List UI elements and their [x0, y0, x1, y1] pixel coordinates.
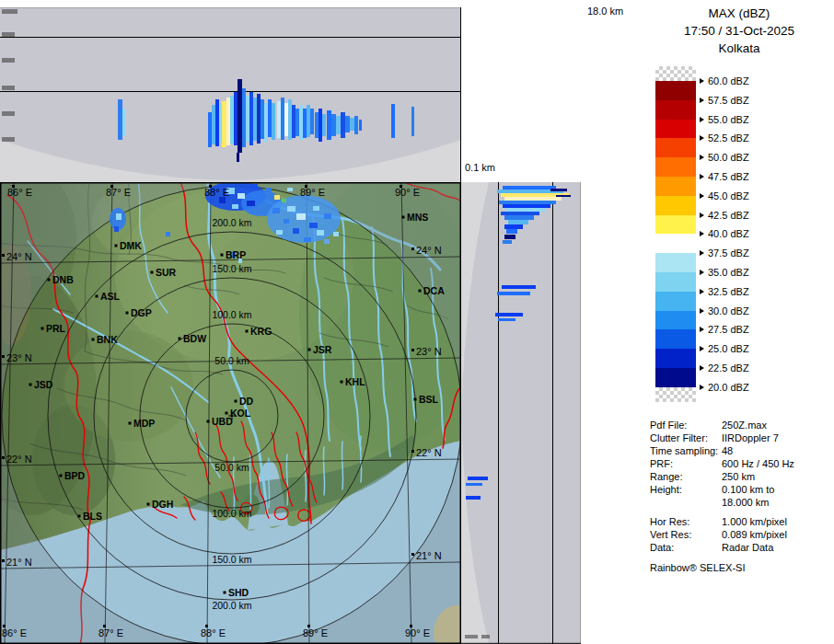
legend-level-label: 25.0 dBZ [700, 343, 749, 354]
legend-level-label: 45.0 dBZ [700, 190, 749, 201]
svg-text:24° N: 24° N [6, 251, 32, 262]
legend-color-swatch [655, 157, 696, 177]
svg-text:KOL: KOL [230, 408, 251, 419]
svg-text:BSL: BSL [419, 394, 439, 405]
level-arrow-icon [700, 155, 704, 160]
legend-color-swatch [655, 311, 696, 330]
metadata-row: Data:Radar Data [650, 541, 832, 554]
legend-color-swatch [655, 196, 696, 215]
svg-text:89° E: 89° E [300, 187, 325, 198]
level-arrow-icon [700, 250, 704, 256]
svg-text:22° N: 22° N [6, 454, 32, 465]
svg-text:KRG: KRG [250, 326, 272, 337]
svg-text:22° N: 22° N [416, 447, 442, 458]
level-arrow-icon [700, 193, 704, 199]
metadata-row: Pdf File:250Z.max [650, 419, 832, 431]
svg-text:MDP: MDP [133, 418, 155, 429]
legend-color-swatch [655, 292, 696, 311]
yz-cross-section-canvas [461, 182, 581, 644]
svg-text:21° N: 21° N [6, 557, 32, 568]
svg-text:DCA: DCA [423, 285, 445, 296]
svg-text:87° E: 87° E [98, 627, 123, 638]
svg-text:BLS: BLS [83, 511, 102, 522]
legend-level-label: 40.0 dBZ [700, 228, 749, 239]
svg-text:SUR: SUR [156, 267, 177, 278]
level-arrow-icon [700, 135, 704, 141]
level-arrow-icon [700, 365, 704, 371]
legend-color-swatch [655, 120, 696, 139]
software-brand: Rainbow® SELEX-SI [650, 561, 832, 574]
legend-level-label: 47.5 dBZ [700, 171, 749, 182]
svg-text:KHL: KHL [345, 376, 365, 387]
legend-level-label: 42.5 dBZ [700, 210, 749, 221]
svg-text:DD: DD [239, 396, 254, 407]
legend-color-swatch [655, 368, 696, 387]
product-metadata: Pdf File:250Z.maxClutter Filter:IIRDoppl… [650, 419, 832, 574]
legend-color-swatch [655, 81, 696, 100]
legend-color-swatch [655, 138, 696, 157]
svg-text:88° E: 88° E [201, 627, 226, 638]
metadata-row: 18.000 km [650, 496, 832, 509]
svg-text:23° N: 23° N [6, 352, 32, 363]
legend-color-swatch [655, 272, 696, 292]
yz-scan-area [461, 182, 581, 644]
metadata-row: Clutter Filter:IIRDoppler 7 [650, 431, 832, 444]
legend-level-label: 22.5 dBZ [700, 362, 749, 374]
legend-level-label: 27.5 dBZ [700, 324, 749, 335]
metadata-row: Vert Res:0.089 km/pixel [650, 528, 832, 541]
legend-level-label: 35.0 dBZ [700, 267, 749, 278]
level-arrow-icon [700, 213, 704, 218]
metadata-row: Time sampling:48 [650, 444, 832, 457]
level-arrow-icon [700, 98, 704, 103]
svg-text:50.0 km: 50.0 km [214, 355, 249, 366]
svg-text:DGP: DGP [131, 307, 152, 318]
legend-color-swatch [655, 177, 696, 196]
height-axis-min-label: 0.1 km [465, 162, 495, 173]
svg-text:88° E: 88° E [204, 187, 229, 198]
legend-level-label: 32.5 dBZ [700, 286, 749, 297]
level-arrow-icon [700, 327, 704, 332]
xz-cross-section-canvas [0, 0, 461, 182]
xz-scan-area [0, 7, 461, 182]
svg-text:DGH: DGH [152, 499, 173, 510]
legend-level-label: 50.0 dBZ [700, 152, 749, 163]
svg-text:50.0 km: 50.0 km [214, 462, 249, 473]
svg-text:MNS: MNS [407, 212, 428, 223]
xz-cross-section-panel [0, 0, 461, 182]
metadata-row: PRF:600 Hz / 450 Hz [650, 457, 832, 470]
svg-text:24° N: 24° N [416, 245, 442, 256]
svg-text:100.0 km: 100.0 km [212, 309, 251, 320]
svg-text:JSR: JSR [313, 344, 332, 355]
svg-text:89° E: 89° E [303, 627, 328, 638]
yz-cross-section-panel [461, 182, 581, 644]
metadata-row: Hor Res:1.000 km/pixel [650, 515, 832, 528]
legend-level-label: 52.5 dBZ [700, 132, 749, 144]
svg-text:87° E: 87° E [106, 187, 131, 198]
level-arrow-icon [700, 308, 704, 314]
product-datetime: 17:50 / 31-Oct-2025 [644, 22, 834, 40]
svg-text:200.0 km: 200.0 km [212, 217, 251, 228]
svg-text:UBD: UBD [212, 416, 233, 427]
legend-color-swatch [655, 100, 696, 120]
legend-level-label: 57.5 dBZ [700, 95, 749, 106]
svg-text:BRP: BRP [226, 249, 246, 260]
legend-level-label: 55.0 dBZ [700, 114, 749, 125]
svg-text:DNB: DNB [52, 274, 74, 285]
level-arrow-icon [700, 270, 704, 275]
level-arrow-icon [700, 174, 704, 179]
legend-level-label: 37.5 dBZ [700, 247, 749, 259]
svg-text:23° N: 23° N [416, 346, 442, 357]
svg-text:86° E: 86° E [2, 627, 27, 638]
svg-text:DMK: DMK [120, 240, 142, 251]
level-arrow-icon [700, 78, 704, 84]
legend-cap-bottom [655, 387, 696, 402]
svg-text:JSD: JSD [34, 379, 53, 390]
svg-text:90° E: 90° E [405, 627, 430, 638]
metadata-row: Range:250 km [650, 470, 832, 483]
height-axis-max-label: 18.0 km [587, 6, 623, 17]
radar-map-canvas: 200.0 km150.0 km100.0 km50.0 km50.0 km10… [0, 182, 461, 644]
svg-text:BNK: BNK [97, 334, 118, 345]
legend-color-swatch [655, 253, 696, 272]
level-arrow-icon [700, 289, 704, 294]
svg-text:100.0 km: 100.0 km [212, 508, 251, 519]
